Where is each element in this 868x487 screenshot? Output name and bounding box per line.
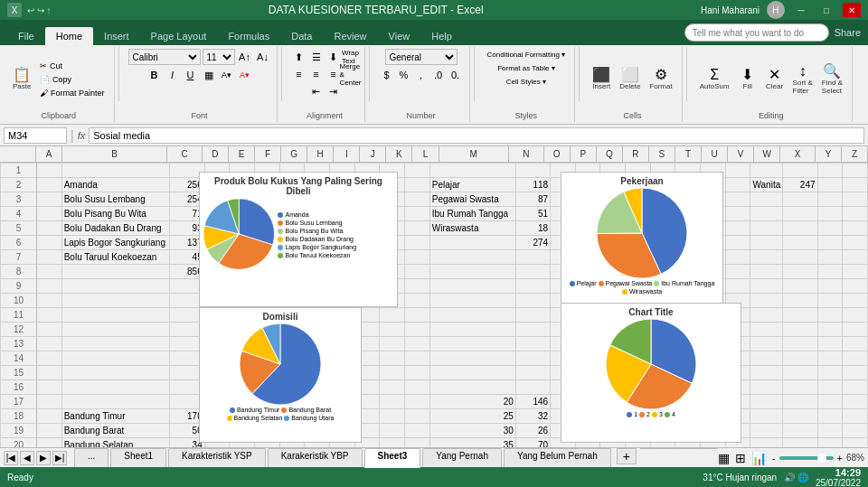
cell-k13[interactable] bbox=[380, 337, 405, 351]
insert-button[interactable]: ⬛ Insert bbox=[589, 66, 614, 92]
cell-b6[interactable]: Lapis Bogor Sangkuriang bbox=[61, 236, 170, 250]
cell-y2[interactable] bbox=[817, 178, 843, 192]
cell-y16[interactable] bbox=[817, 380, 843, 395]
cell-k14[interactable] bbox=[380, 351, 405, 366]
cell-l17[interactable] bbox=[405, 395, 430, 409]
cell-b1[interactable] bbox=[61, 164, 170, 178]
cell-y8[interactable] bbox=[817, 265, 843, 279]
tab-nav-prev[interactable]: ◀ bbox=[20, 451, 34, 465]
add-sheet-button[interactable]: + bbox=[617, 448, 637, 464]
cell-a9[interactable] bbox=[37, 279, 62, 294]
cell-b8[interactable] bbox=[61, 265, 170, 279]
cell-y19[interactable] bbox=[817, 424, 843, 438]
cell-a19[interactable] bbox=[37, 424, 62, 438]
cell-v6[interactable] bbox=[725, 236, 750, 250]
cell-a10[interactable] bbox=[37, 294, 62, 308]
cell-m11[interactable] bbox=[429, 308, 515, 323]
cell-a18[interactable] bbox=[37, 409, 62, 424]
tab-insert[interactable]: Insert bbox=[93, 27, 140, 45]
cell-y7[interactable] bbox=[817, 250, 843, 265]
underline-button[interactable]: U bbox=[183, 67, 199, 83]
cell-b3[interactable]: Bolu Susu Lembang bbox=[61, 192, 170, 207]
close-button[interactable]: ✕ bbox=[843, 3, 861, 17]
cell-m20[interactable]: 35 bbox=[429, 438, 515, 448]
cell-w6[interactable] bbox=[750, 236, 783, 250]
cell-k15[interactable] bbox=[380, 366, 405, 380]
cell-k16[interactable] bbox=[380, 380, 405, 395]
cell-x17[interactable] bbox=[783, 395, 817, 409]
cell-y15[interactable] bbox=[817, 366, 843, 380]
fill-color-button[interactable]: A▾ bbox=[219, 67, 235, 83]
cell-b5[interactable]: Bolu Dadakan Bu Drang bbox=[61, 221, 170, 236]
cell-a16[interactable] bbox=[37, 380, 62, 395]
font-shrink-button[interactable]: A↓ bbox=[255, 49, 271, 65]
cell-n10[interactable] bbox=[515, 294, 550, 308]
cell-m10[interactable] bbox=[429, 294, 515, 308]
cell-y3[interactable] bbox=[817, 192, 843, 207]
cell-x7[interactable] bbox=[783, 250, 817, 265]
cell-a11[interactable] bbox=[37, 308, 62, 323]
tab-sheet1[interactable]: Sheet1 bbox=[110, 448, 166, 467]
cell-b11[interactable] bbox=[61, 308, 170, 323]
tab-nav-first[interactable]: |◀ bbox=[4, 451, 18, 465]
cell-l1[interactable] bbox=[405, 164, 430, 178]
tab-sheet3[interactable]: Sheet3 bbox=[364, 448, 421, 468]
cell-l18[interactable] bbox=[405, 409, 430, 424]
tab-yang-belum-pernah[interactable]: Yang Belum Pernah bbox=[504, 448, 611, 467]
number-format-select[interactable]: General bbox=[385, 49, 458, 65]
italic-button[interactable]: I bbox=[165, 67, 181, 83]
cell-x19[interactable] bbox=[783, 424, 817, 438]
cell-m17[interactable]: 20 bbox=[429, 395, 515, 409]
format-painter-button[interactable]: 🖌 Format Painter bbox=[36, 87, 108, 99]
cell-z8[interactable] bbox=[843, 265, 868, 279]
cell-y9[interactable] bbox=[817, 279, 843, 294]
cell-w4[interactable] bbox=[750, 207, 783, 221]
sort-filter-button[interactable]: ↕ Sort &Filter bbox=[789, 62, 816, 97]
cell-n17[interactable]: 146 bbox=[515, 395, 550, 409]
font-grow-button[interactable]: A↑ bbox=[237, 49, 253, 65]
copy-button[interactable]: 📄 Copy bbox=[36, 73, 108, 86]
align-center-button[interactable]: ≡ bbox=[308, 66, 325, 82]
cell-b17[interactable] bbox=[61, 395, 170, 409]
cell-x20[interactable] bbox=[783, 438, 817, 448]
cell-n20[interactable]: 70 bbox=[515, 438, 550, 448]
cell-n6[interactable]: 274 bbox=[515, 236, 550, 250]
comma-button[interactable]: , bbox=[413, 67, 429, 83]
tab-formulas[interactable]: Formulas bbox=[217, 27, 280, 45]
cell-b2[interactable]: Amanda bbox=[61, 178, 170, 192]
cell-x6[interactable] bbox=[783, 236, 817, 250]
cell-y14[interactable] bbox=[817, 351, 843, 366]
tab-view[interactable]: View bbox=[378, 27, 421, 45]
cell-l9[interactable] bbox=[405, 279, 430, 294]
cell-n19[interactable]: 26 bbox=[515, 424, 550, 438]
cell-k20[interactable] bbox=[380, 438, 405, 448]
cell-l12[interactable] bbox=[405, 323, 430, 337]
cell-a1[interactable] bbox=[37, 164, 62, 178]
fill-button[interactable]: ⬇ Fill bbox=[735, 66, 760, 92]
cell-n1[interactable] bbox=[515, 164, 550, 178]
cell-b15[interactable] bbox=[61, 366, 170, 380]
cell-a2[interactable] bbox=[37, 178, 62, 192]
cell-a13[interactable] bbox=[37, 337, 62, 351]
page-break-view-button[interactable]: 📊 bbox=[751, 451, 767, 465]
cell-z9[interactable] bbox=[843, 279, 868, 294]
cell-x8[interactable] bbox=[783, 265, 817, 279]
cell-z13[interactable] bbox=[843, 337, 868, 351]
align-top-button[interactable]: ⬆ bbox=[291, 49, 307, 65]
cell-m5[interactable]: Wiraswasta bbox=[429, 221, 515, 236]
cell-a8[interactable] bbox=[37, 265, 62, 279]
find-select-button[interactable]: 🔍 Find &Select bbox=[818, 62, 846, 97]
cell-y17[interactable] bbox=[817, 395, 843, 409]
cell-l5[interactable] bbox=[405, 221, 430, 236]
align-left-button[interactable]: ≡ bbox=[291, 66, 307, 82]
cell-k19[interactable] bbox=[380, 424, 405, 438]
cell-n9[interactable] bbox=[515, 279, 550, 294]
cell-l2[interactable] bbox=[405, 178, 430, 192]
cell-m8[interactable] bbox=[429, 265, 515, 279]
cell-n14[interactable] bbox=[515, 351, 550, 366]
cell-v2[interactable] bbox=[725, 178, 750, 192]
cell-b10[interactable] bbox=[61, 294, 170, 308]
cell-a6[interactable] bbox=[37, 236, 62, 250]
cell-w9[interactable] bbox=[750, 279, 783, 294]
format-button[interactable]: ⚙ Format bbox=[646, 66, 675, 92]
